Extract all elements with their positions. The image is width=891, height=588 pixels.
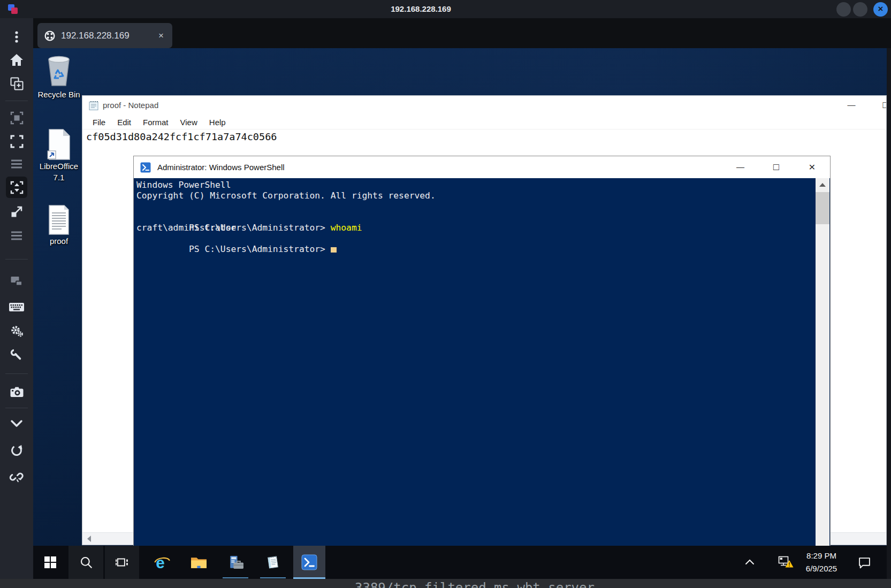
notepad-taskbar-button[interactable]: [256, 546, 290, 579]
taskbar-search-button[interactable]: [68, 546, 103, 579]
host-terminal-strip: 3389/tcp filtered ms-wbt-server: [0, 579, 891, 588]
tray-show-hidden-icons-button[interactable]: [740, 546, 759, 579]
kebab-menu-icon[interactable]: [6, 26, 27, 48]
screenshot-camera-icon[interactable]: [6, 381, 27, 402]
menu-bars-icon[interactable]: [6, 153, 27, 174]
window-minimize-button[interactable]: [836, 2, 851, 17]
notepad-title: proof - Notepad: [103, 96, 158, 115]
menu-format[interactable]: Format: [137, 118, 174, 127]
svg-text:e: e: [156, 554, 165, 571]
server-manager-button[interactable]: [218, 546, 253, 579]
tab-bar: 192.168.228.169 ×: [33, 18, 891, 48]
powershell-scrollbar[interactable]: [816, 178, 829, 550]
fit-window-icon[interactable]: [6, 107, 27, 128]
tab-close-icon[interactable]: ×: [156, 30, 166, 41]
powershell-taskbar-button[interactable]: [293, 546, 325, 579]
terminal-line-blank: [136, 201, 816, 212]
powershell-minimize-button[interactable]: —: [722, 156, 758, 178]
powershell-titlebar[interactable]: Administrator: Windows PowerShell — □ ×: [134, 156, 830, 178]
task-view-button[interactable]: [105, 546, 139, 579]
scrollbar-thumb[interactable]: [816, 192, 829, 224]
new-connection-icon[interactable]: [6, 73, 27, 94]
remote-desktop: Recycle Bin LibreOffice 7.1: [33, 48, 887, 579]
taskbar-clock[interactable]: 8:29 PM 6/9/2025: [797, 549, 846, 575]
terminal-line: PS C:\Users\Administrator>: [136, 233, 816, 244]
scroll-left-icon[interactable]: [87, 536, 91, 542]
connection-icon: [44, 30, 56, 42]
tab-label: 192.168.228.169: [61, 30, 156, 41]
terminal-line: PS C:\Users\Administrator> whoami: [136, 212, 816, 223]
desktop-icon-recycle-bin[interactable]: Recycle Bin: [33, 55, 91, 100]
preferences-gears-icon[interactable]: [6, 321, 27, 342]
notepad-icon: [88, 100, 99, 111]
file-explorer-button[interactable]: [181, 546, 216, 579]
command-text: whoami: [331, 223, 362, 233]
connection-tab[interactable]: 192.168.228.169 ×: [37, 23, 172, 48]
menu-file[interactable]: File: [87, 118, 111, 127]
terminal-line: Windows PowerShell: [136, 180, 816, 190]
remmina-toolbar: [0, 18, 33, 579]
start-button[interactable]: [34, 546, 66, 579]
toolbar-divider: [5, 101, 28, 101]
menu-bars-icon[interactable]: [6, 225, 27, 246]
window-title: 192.168.228.169: [0, 0, 842, 18]
dynamic-resolution-icon[interactable]: [6, 201, 27, 223]
clock-time: 8:29 PM: [797, 549, 846, 562]
powershell-window: Administrator: Windows PowerShell — □ × …: [133, 156, 831, 551]
collapse-toolbar-chevron-icon[interactable]: [6, 413, 27, 434]
host-terminal-text: 3389/tcp filtered ms-wbt-server: [355, 581, 595, 588]
toolbar-divider: [5, 408, 28, 408]
running-indicator: [260, 577, 286, 578]
refresh-icon[interactable]: [6, 440, 27, 461]
screen: 192.168.228.169 × 192.168.228.169 ×: [0, 0, 891, 588]
network-status-icon[interactable]: [776, 546, 796, 579]
window-close-button[interactable]: ×: [873, 2, 888, 17]
window-maximize-button[interactable]: [853, 2, 867, 17]
powershell-title: Administrator: Windows PowerShell: [157, 163, 285, 172]
remmina-titlebar: 192.168.228.169 ×: [0, 0, 891, 18]
toolbar-divider: [5, 259, 28, 259]
recycle-bin-icon: [33, 55, 91, 89]
home-icon[interactable]: [6, 49, 27, 71]
disconnect-icon[interactable]: [6, 467, 27, 488]
tools-wrench-icon[interactable]: [6, 345, 27, 366]
powershell-terminal[interactable]: Windows PowerShell Copyright (C) Microso…: [134, 178, 816, 550]
prompt-text: PS C:\Users\Administrator>: [189, 244, 331, 254]
menu-view[interactable]: View: [174, 118, 203, 127]
menu-help[interactable]: Help: [203, 118, 232, 127]
action-center-button[interactable]: [854, 546, 875, 579]
clock-date: 6/9/2025: [797, 562, 846, 575]
menu-edit[interactable]: Edit: [111, 118, 137, 127]
powershell-maximize-button[interactable]: □: [758, 156, 794, 178]
internet-explorer-button[interactable]: e: [145, 546, 179, 579]
scaled-mode-icon[interactable]: [6, 177, 27, 198]
notepad-titlebar[interactable]: proof - Notepad — □: [82, 96, 886, 115]
powershell-close-button[interactable]: ×: [794, 156, 830, 178]
terminal-cursor: [331, 247, 337, 253]
notepad-menubar: File Edit Format View Help: [82, 115, 886, 129]
windows-taskbar: e: [33, 546, 887, 579]
notepad-minimize-button[interactable]: —: [837, 96, 866, 115]
fullscreen-icon[interactable]: [6, 131, 27, 152]
notepad-text-content[interactable]: cf05d31d80a242fcf1cf71a7a74c0566: [86, 131, 277, 142]
powershell-icon: [140, 162, 151, 173]
notepad-maximize-button[interactable]: □: [871, 96, 887, 115]
keyboard-icon[interactable]: [6, 296, 27, 318]
scroll-up-icon[interactable]: [819, 183, 826, 187]
terminal-line: Copyright (C) Microsoft Corporation. All…: [136, 190, 816, 201]
toolbar-divider: [5, 373, 28, 374]
running-indicator: [223, 577, 248, 578]
multi-monitor-icon[interactable]: [6, 271, 27, 292]
